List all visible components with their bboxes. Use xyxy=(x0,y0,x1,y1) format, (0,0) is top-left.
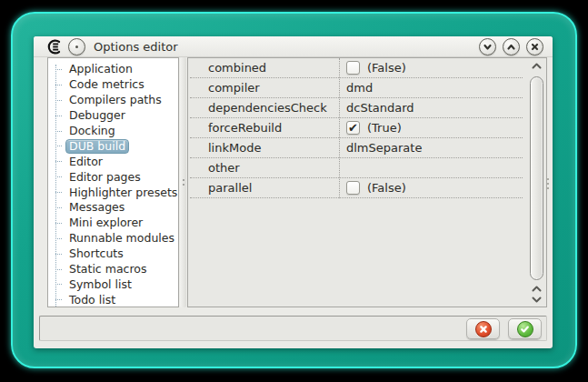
tree-branch-line xyxy=(55,207,62,208)
sidebar-item-label: Docking xyxy=(65,124,119,138)
grip-dot-icon xyxy=(547,187,549,189)
cancel-button[interactable] xyxy=(466,318,500,339)
sidebar-item[interactable]: Docking xyxy=(48,124,178,139)
category-tree: Application Code metrics Compilers paths… xyxy=(47,57,179,307)
sidebar-item[interactable]: Todo list xyxy=(48,292,178,307)
sidebar-item[interactable]: Highlighter presets xyxy=(48,185,178,200)
sidebar-item[interactable]: Application xyxy=(48,62,178,77)
sidebar-item-label: Editor xyxy=(65,155,106,169)
sidebar-item[interactable]: Symbol list xyxy=(48,276,178,292)
sidebar-item[interactable]: Compilers paths xyxy=(48,93,178,108)
sidebar-item[interactable]: Messages xyxy=(48,200,178,216)
tree-branch-line xyxy=(55,299,62,300)
window-menu-button[interactable] xyxy=(68,38,85,55)
tree-branch-line xyxy=(55,254,62,255)
property-row[interactable]: linkMode dlmSeparate xyxy=(190,138,523,158)
tree-branch-line xyxy=(55,100,62,101)
sidebar-item-label: Static macros xyxy=(65,262,150,276)
splitter-grip-icon xyxy=(183,184,184,186)
green-check-icon xyxy=(517,321,533,337)
chevron-up-icon xyxy=(506,42,516,52)
red-cross-icon xyxy=(475,321,492,337)
chevron-up-icon xyxy=(531,62,543,70)
property-value-cell[interactable]: (True) xyxy=(337,121,523,135)
splitter-grip-icon xyxy=(183,179,184,181)
sidebar-item[interactable]: Static macros xyxy=(48,262,178,277)
property-name: linkMode xyxy=(190,141,337,155)
sidebar-item[interactable]: Runnable modules xyxy=(48,231,178,246)
sidebar-item[interactable]: Debugger xyxy=(48,108,178,124)
sidebar-item-label: Compilers paths xyxy=(65,93,165,107)
sidebar-item[interactable]: DUB build xyxy=(48,138,178,154)
minimize-button[interactable] xyxy=(479,38,496,55)
property-value: dcStandard xyxy=(346,101,414,115)
property-row[interactable]: compiler dmd xyxy=(190,78,523,98)
sidebar-item-label: Highlighter presets xyxy=(65,186,179,200)
window-title: Options editor xyxy=(94,40,178,54)
tree-branch-line xyxy=(55,85,62,85)
property-value-cell[interactable]: dcStandard xyxy=(337,101,523,115)
tree-branch-line xyxy=(55,284,62,285)
tree-branch-line xyxy=(55,238,62,239)
accept-button[interactable] xyxy=(508,318,542,339)
panel-splitter[interactable] xyxy=(180,57,186,307)
sidebar-item-label: Code metrics xyxy=(65,77,148,92)
property-name: forceRebuild xyxy=(190,121,337,135)
property-value-cell[interactable]: dmd xyxy=(337,81,523,95)
chevron-down-icon xyxy=(531,296,543,304)
resize-grip[interactable] xyxy=(547,178,549,189)
checkbox[interactable] xyxy=(346,121,360,135)
sidebar-item[interactable]: Code metrics xyxy=(48,77,178,93)
window-controls xyxy=(479,38,543,55)
grip-dot-icon xyxy=(547,178,549,180)
scrollbar-thumb[interactable] xyxy=(530,76,543,280)
sidebar-item[interactable]: Shortcuts xyxy=(48,246,178,262)
sidebar-item[interactable]: Editor xyxy=(48,154,178,169)
chevron-down-icon xyxy=(483,42,493,52)
property-row[interactable]: forceRebuild (True) xyxy=(190,118,523,138)
chevron-up-icon xyxy=(531,285,543,293)
property-value-cell[interactable]: dlmSeparate xyxy=(337,141,523,155)
property-name: parallel xyxy=(190,181,337,195)
titlebar[interactable]: Options editor xyxy=(34,36,553,57)
property-value-cell[interactable]: (False) xyxy=(337,61,523,75)
property-value: dlmSeparate xyxy=(346,141,422,155)
sidebar-item-label: DUB build xyxy=(65,139,129,154)
checkbox[interactable] xyxy=(346,181,360,195)
property-row[interactable]: parallel (False) xyxy=(190,178,523,198)
close-button[interactable] xyxy=(526,38,543,55)
grid-column-divider xyxy=(339,58,340,198)
property-name: dependenciesCheck xyxy=(190,101,337,115)
property-value: (True) xyxy=(367,121,402,135)
sidebar-item-label: Symbol list xyxy=(65,277,135,292)
property-value-cell[interactable]: (False) xyxy=(337,181,523,195)
sidebar-item-label: Messages xyxy=(65,200,128,215)
grip-dot-icon xyxy=(547,183,549,185)
scroll-down-button[interactable] xyxy=(528,294,545,306)
property-row[interactable]: other xyxy=(190,158,523,178)
sidebar-item[interactable]: Mini explorer xyxy=(48,216,178,231)
sidebar-item-label: Application xyxy=(65,62,136,76)
maximize-button[interactable] xyxy=(503,38,520,55)
tree-branch-line xyxy=(55,223,62,224)
sidebar-item-label: Todo list xyxy=(65,293,119,307)
property-row[interactable]: dependenciesCheck dcStandard xyxy=(190,98,523,118)
coedit-logo-icon xyxy=(46,39,62,55)
sidebar-item-label: Runnable modules xyxy=(65,231,178,246)
property-name: compiler xyxy=(190,81,337,95)
tree-branch-line xyxy=(55,176,62,177)
tree-branch-line xyxy=(55,192,62,193)
tree-branch-line xyxy=(55,161,62,162)
property-grid: combined (False) compiler dmd dependenci… xyxy=(187,57,547,307)
property-name: other xyxy=(190,161,337,175)
checkbox[interactable] xyxy=(346,61,360,75)
sidebar-item-label: Mini explorer xyxy=(65,216,146,230)
vertical-scrollbar[interactable] xyxy=(528,60,545,305)
sidebar-item-label: Shortcuts xyxy=(65,246,127,261)
scroll-up-button[interactable] xyxy=(528,60,545,72)
close-x-icon xyxy=(530,42,540,52)
tree-branch-line xyxy=(55,146,62,146)
sidebar-item[interactable]: Editor pages xyxy=(48,169,178,185)
property-row[interactable]: combined (False) xyxy=(190,58,523,78)
screen: Options editor xyxy=(0,0,588,382)
